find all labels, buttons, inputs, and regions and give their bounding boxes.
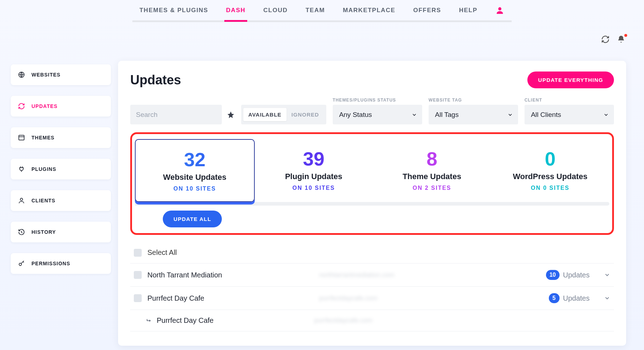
search-input[interactable]	[130, 105, 222, 124]
list-select-all[interactable]: Select All	[130, 242, 614, 263]
nav-dash[interactable]: DASH	[226, 7, 245, 14]
stat-title: WordPress Updates	[495, 172, 606, 181]
stat-subtitle: ON 2 SITES	[376, 185, 488, 191]
filter-client-select[interactable]: All Clients	[525, 105, 614, 124]
site-sub-row[interactable]: Purrfect Day Cafe purrfectdaycafe.com	[130, 310, 614, 331]
site-name: North Tarrant Mediation	[147, 271, 319, 279]
stat-count: 39	[258, 148, 370, 170]
filter-bar: AVAILABLE IGNORED THEMES/PLUGINS STATUS …	[130, 98, 614, 124]
select-all-label: Select All	[147, 248, 177, 257]
sidebar-item-themes[interactable]: THEMES	[11, 127, 111, 148]
stat-card-wordpress-updates[interactable]: 0 WordPress Updates ON 0 SITES	[491, 139, 610, 202]
user-icon	[18, 197, 25, 204]
filter-status-select[interactable]: Any Status	[333, 105, 422, 124]
nav-offers[interactable]: OFFERS	[413, 7, 441, 14]
nav-help[interactable]: HELP	[459, 7, 477, 14]
nav-cloud[interactable]: CLOUD	[263, 7, 288, 14]
filter-status-label: THEMES/PLUGINS STATUS	[333, 98, 422, 103]
refresh-icon[interactable]	[601, 35, 610, 44]
sidebar-item-history[interactable]: HISTORY	[11, 222, 111, 242]
sidebar: WEBSITES UPDATES THEMES PLUGINS CLIENTS …	[11, 64, 111, 274]
chevron-down-icon[interactable]	[604, 295, 610, 301]
updates-label: Updates	[563, 294, 590, 302]
chevron-down-icon	[603, 112, 609, 118]
sidebar-item-permissions[interactable]: PERMISSIONS	[11, 253, 111, 274]
plug-icon	[18, 166, 25, 173]
key-icon	[18, 260, 25, 267]
stat-count: 0	[495, 148, 606, 170]
svg-point-3	[20, 198, 23, 201]
favorites-star-icon[interactable]	[227, 111, 235, 119]
notifications-icon[interactable]	[617, 35, 626, 44]
updates-label: Updates	[563, 271, 590, 279]
filter-client: CLIENT All Clients	[525, 98, 614, 124]
filter-tag-select[interactable]: All Tags	[429, 105, 518, 124]
sidebar-item-websites[interactable]: WEBSITES	[11, 64, 111, 85]
row-checkbox[interactable]	[134, 294, 142, 302]
account-icon[interactable]	[495, 6, 504, 15]
sub-site-domain: purrfectdaycafe.com	[314, 317, 429, 324]
filter-status: THEMES/PLUGINS STATUS Any Status	[333, 98, 422, 124]
nav-themes-plugins[interactable]: THEMES & PLUGINS	[140, 7, 208, 14]
stat-title: Plugin Updates	[258, 172, 370, 181]
sidebar-item-label: THEMES	[31, 135, 54, 141]
stat-count: 32	[139, 148, 250, 171]
stat-title: Website Updates	[139, 173, 250, 182]
svg-point-4	[19, 263, 21, 266]
nav-marketplace[interactable]: MARKETPLACE	[343, 7, 395, 14]
main-panel: Updates UPDATE EVERYTHING AVAILABLE IGNO…	[118, 61, 626, 346]
filter-tag-label: WEBSITE TAG	[429, 98, 518, 103]
updates-badge: 5	[549, 293, 560, 303]
sidebar-item-updates[interactable]: UPDATES	[11, 96, 111, 117]
chevron-down-icon	[411, 112, 417, 118]
site-row[interactable]: Purrfect Day Cafe purrfectdaycafe.com 5 …	[130, 287, 614, 310]
filter-tag-value: All Tags	[435, 111, 459, 119]
sub-arrow-icon	[146, 317, 152, 324]
page-tools	[601, 35, 626, 44]
sidebar-item-label: PLUGINS	[31, 166, 56, 172]
stat-card-theme-updates[interactable]: 8 Theme Updates ON 2 SITES	[373, 139, 491, 202]
globe-icon	[18, 71, 25, 78]
stat-count: 8	[376, 148, 488, 170]
row-checkbox[interactable]	[134, 271, 142, 279]
select-all-checkbox[interactable]	[134, 249, 142, 257]
chevron-down-icon[interactable]	[604, 272, 610, 278]
sub-site-name: Purrfect Day Cafe	[157, 316, 314, 325]
page-title: Updates	[130, 73, 181, 88]
svg-rect-2	[19, 135, 24, 140]
stat-title: Theme Updates	[376, 172, 488, 181]
filter-tag: WEBSITE TAG All Tags	[429, 98, 518, 124]
site-name: Purrfect Day Cafe	[147, 294, 319, 302]
nav-team[interactable]: TEAM	[306, 7, 325, 14]
stat-row: 32 Website Updates ON 10 SITES 39 Plugin…	[135, 139, 609, 202]
sidebar-item-label: UPDATES	[31, 103, 58, 109]
stat-card-website-updates[interactable]: 32 Website Updates ON 10 SITES	[135, 139, 255, 202]
history-icon	[18, 228, 25, 236]
sidebar-item-label: PERMISSIONS	[31, 261, 70, 266]
top-nav: THEMES & PLUGINS DASH CLOUD TEAM MARKETP…	[132, 0, 512, 22]
stats-highlight-frame: 32 Website Updates ON 10 SITES 39 Plugin…	[130, 132, 614, 235]
update-everything-button[interactable]: UPDATE EVERYTHING	[527, 72, 614, 88]
status-segmented: AVAILABLE IGNORED	[241, 105, 326, 124]
sidebar-item-label: CLIENTS	[31, 198, 55, 203]
segment-available[interactable]: AVAILABLE	[243, 108, 287, 121]
sidebar-item-clients[interactable]: CLIENTS	[11, 190, 111, 211]
sync-icon	[18, 103, 25, 110]
stat-card-plugin-updates[interactable]: 39 Plugin Updates ON 10 SITES	[255, 139, 373, 202]
segment-ignored[interactable]: IGNORED	[287, 108, 324, 121]
site-domain: northtarrantmediation.com	[319, 271, 434, 279]
sidebar-item-label: HISTORY	[31, 229, 56, 235]
stat-subtitle: ON 10 SITES	[139, 186, 250, 192]
filter-client-label: CLIENT	[525, 98, 614, 103]
svg-point-0	[498, 7, 502, 10]
chevron-down-icon	[507, 112, 513, 118]
layout-icon	[18, 134, 25, 141]
update-all-button[interactable]: UPDATE ALL	[163, 211, 222, 227]
filter-status-value: Any Status	[339, 111, 372, 119]
sidebar-item-plugins[interactable]: PLUGINS	[11, 159, 111, 179]
filter-client-value: All Clients	[531, 111, 561, 119]
sidebar-item-label: WEBSITES	[31, 72, 60, 78]
site-row[interactable]: North Tarrant Mediation northtarrantmedi…	[130, 263, 614, 287]
stat-underbar	[135, 202, 609, 206]
updates-badge: 10	[546, 270, 560, 280]
